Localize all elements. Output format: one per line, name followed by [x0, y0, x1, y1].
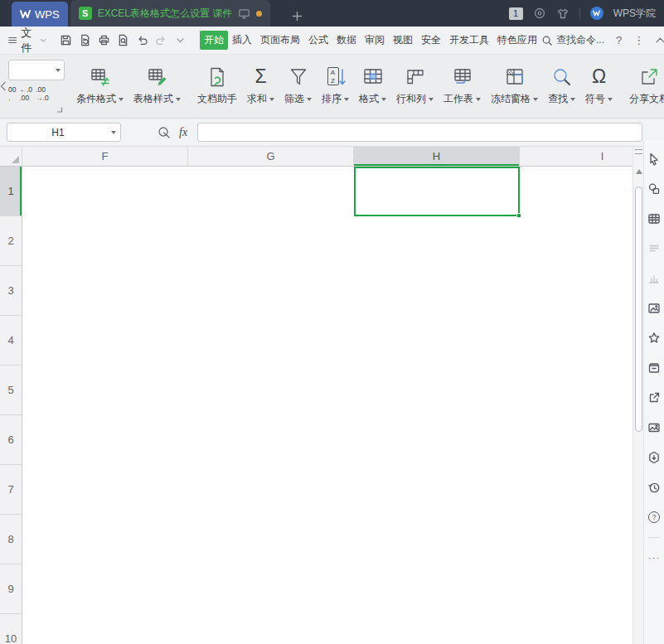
thousands-separator-button[interactable]: 00 , — [8, 85, 16, 102]
document-assistant-icon — [206, 66, 228, 88]
resources-button[interactable] — [644, 443, 664, 472]
tab-home[interactable]: 开始 — [200, 31, 228, 50]
shapes-button[interactable] — [644, 174, 664, 204]
sum-button[interactable]: Σ 求和 — [242, 60, 279, 113]
format-button[interactable]: 格式 — [354, 60, 391, 113]
tab-security[interactable]: 安全 — [417, 31, 445, 50]
tab-special-features[interactable]: 特色应用 — [493, 31, 541, 50]
tab-page-layout[interactable]: 页面布局 — [256, 31, 304, 50]
share-panel-button[interactable] — [644, 383, 664, 413]
formula-input[interactable] — [197, 123, 642, 142]
row-header-4[interactable]: 4 — [0, 316, 22, 366]
row-header-9[interactable]: 9 — [0, 564, 22, 614]
vertical-scrollbar[interactable] — [632, 147, 643, 644]
cell-grid[interactable] — [22, 167, 632, 644]
button-label: 排序 — [322, 92, 342, 106]
function-search-icon[interactable] — [158, 126, 171, 139]
skin-icon[interactable] — [556, 7, 569, 20]
save-button[interactable] — [56, 31, 75, 51]
selected-cell-h1[interactable] — [354, 167, 520, 216]
monitor-icon[interactable] — [238, 7, 250, 20]
tab-view[interactable]: 视图 — [389, 31, 417, 50]
document-assistant-button[interactable]: 文档助手 — [192, 60, 242, 113]
row-header-10[interactable]: 10 — [0, 614, 22, 644]
print-icon — [98, 34, 110, 46]
tab-insert[interactable]: 插入 — [228, 31, 256, 50]
wps-menu-button[interactable]: WPS — [12, 2, 68, 27]
dialog-launcher-icon[interactable] — [56, 106, 63, 113]
right-tool-rail: ? ··· — [643, 141, 664, 644]
tab-data[interactable]: 数据 — [332, 31, 361, 50]
chevron-down-icon — [269, 98, 274, 101]
file-menu-button[interactable]: 文件 — [0, 26, 53, 56]
scrollbar-thumb[interactable] — [635, 186, 642, 432]
wps-academy-link[interactable]: WPS学院 — [613, 7, 656, 21]
row-header-7[interactable]: 7 — [0, 465, 22, 515]
select-cursor-button[interactable] — [644, 144, 664, 174]
name-box[interactable]: H1 — [7, 123, 121, 142]
share-document-button[interactable]: 分享文档 — [624, 60, 664, 113]
tab-formulas[interactable]: 公式 — [304, 31, 332, 50]
button-label: 条件格式 — [76, 92, 116, 106]
file-box-button[interactable] — [644, 353, 664, 383]
row-header-2[interactable]: 2 — [0, 216, 22, 266]
document-tab[interactable]: S EXCEL表格格式怎么设置 课件 — [70, 0, 271, 27]
row-header-6[interactable]: 6 — [0, 415, 22, 465]
save-icon — [60, 34, 72, 46]
tab-review[interactable]: 审阅 — [361, 31, 389, 50]
row-header-5[interactable]: 5 — [0, 366, 22, 415]
insert-table-button[interactable] — [644, 204, 664, 234]
tab-dev-tools[interactable]: 开发工具 — [445, 31, 493, 50]
menubar: 文件 — [0, 27, 664, 55]
freeze-panes-icon — [504, 66, 526, 88]
fx-icon[interactable]: fx — [179, 126, 187, 139]
sort-button[interactable]: AZ 排序 — [317, 60, 354, 113]
new-tab-button[interactable] — [292, 11, 303, 22]
number-format-combobox[interactable] — [8, 60, 65, 80]
select-all-corner[interactable] — [0, 147, 22, 166]
help-button[interactable]: ? — [616, 34, 622, 46]
row-header-8[interactable]: 8 — [0, 515, 22, 564]
table-style-button[interactable]: 表格样式 — [128, 60, 186, 113]
split-handle[interactable] — [635, 149, 642, 154]
find-button[interactable]: 查找 — [543, 60, 580, 113]
increase-decimal-button[interactable]: ←.0 .00 — [19, 85, 32, 102]
more-commands-button[interactable]: ⋮ — [633, 34, 644, 46]
quick-access-dropdown[interactable] — [171, 31, 190, 51]
row-header-1[interactable]: 1 — [0, 167, 22, 216]
filter-button[interactable]: 筛选 — [279, 60, 317, 113]
fill-handle[interactable] — [516, 213, 521, 218]
message-count-badge[interactable]: 1 — [509, 7, 523, 20]
column-header-f[interactable]: F — [22, 147, 188, 166]
freeze-panes-button[interactable]: 冻结窗格 — [486, 60, 543, 113]
column-header-i[interactable]: I — [520, 147, 632, 166]
help-panel-button[interactable]: ? — [644, 502, 664, 532]
history-button[interactable] — [644, 472, 664, 502]
find-magnifier-icon — [551, 66, 573, 88]
redo-button[interactable] — [152, 31, 171, 51]
more-tools-button[interactable]: ··· — [644, 543, 664, 573]
export-pdf-button[interactable] — [75, 31, 95, 51]
column-header-h[interactable]: H — [354, 147, 520, 166]
panel-collapse-arrow[interactable] — [0, 81, 7, 91]
filter-funnel-icon — [288, 66, 309, 88]
record-icon[interactable] — [533, 7, 546, 20]
image-panel-button[interactable] — [644, 413, 664, 443]
favorites-button[interactable] — [644, 323, 664, 353]
print-preview-button[interactable] — [114, 31, 133, 51]
undo-button[interactable] — [133, 31, 152, 51]
select-all-triangle-icon — [12, 156, 19, 163]
decrease-decimal-button[interactable]: .00 →.0 — [36, 85, 49, 102]
button-label: 文档助手 — [197, 92, 237, 106]
scroll-up-arrow[interactable] — [636, 169, 642, 174]
rows-columns-button[interactable]: 行和列 — [391, 60, 439, 113]
conditional-format-button[interactable]: 条件格式 — [71, 60, 128, 113]
column-header-g[interactable]: G — [188, 147, 354, 166]
symbol-button[interactable]: Ω 符号 — [580, 60, 618, 113]
collapse-ribbon-button[interactable] — [656, 37, 664, 43]
picture-library-button[interactable] — [644, 293, 664, 323]
print-button[interactable] — [95, 31, 114, 51]
find-command-button[interactable]: 查找命令... — [541, 33, 604, 47]
worksheet-button[interactable]: 工作表 — [439, 60, 486, 113]
row-header-3[interactable]: 3 — [0, 266, 22, 316]
